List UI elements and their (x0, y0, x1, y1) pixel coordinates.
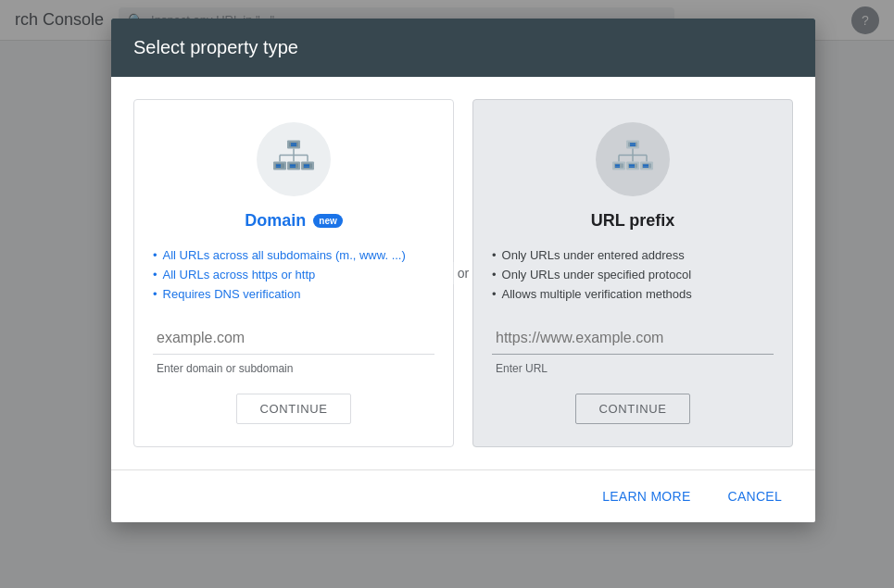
domain-card: Domain new All URLs across all subdomain… (133, 99, 454, 447)
svg-rect-37 (629, 167, 635, 169)
url-card-title-row: URL prefix (492, 211, 774, 231)
svg-rect-24 (630, 145, 636, 147)
domain-input-section: Enter domain or subdomain (153, 322, 434, 375)
modal-header: Select property type (111, 19, 815, 77)
domain-icon-wrapper (257, 122, 331, 196)
svg-rect-33 (615, 167, 620, 169)
domain-bullet-1: All URLs across all subdomains (m., www.… (153, 245, 434, 265)
url-bullets: Only URLs under entered address Only URL… (492, 245, 774, 304)
svg-rect-40 (643, 165, 648, 167)
svg-rect-12 (276, 167, 281, 169)
svg-rect-20 (304, 167, 309, 169)
url-input[interactable] (492, 322, 774, 355)
url-network-icon (610, 136, 656, 182)
domain-network-icon (271, 136, 317, 182)
svg-rect-3 (291, 145, 296, 147)
cancel-button[interactable]: CANCEL (717, 482, 793, 511)
url-input-hint: Enter URL (492, 362, 774, 375)
svg-rect-36 (629, 165, 635, 167)
url-bullet-2: Only URLs under specified protocol (492, 265, 774, 284)
url-card-title: URL prefix (591, 211, 675, 231)
domain-card-title: Domain (245, 211, 306, 231)
url-input-section: Enter URL (492, 322, 774, 375)
svg-rect-19 (304, 165, 309, 167)
svg-rect-2 (291, 144, 296, 145)
url-continue-button[interactable]: CONTINUE (575, 394, 689, 424)
modal-title: Select property type (133, 37, 793, 58)
domain-bullet-2: All URLs across https or http (153, 265, 434, 284)
url-card: URL prefix Only URLs under entered addre… (472, 99, 793, 447)
svg-rect-23 (630, 144, 636, 145)
learn-more-button[interactable]: LEARN MORE (591, 482, 701, 511)
domain-input[interactable] (153, 322, 434, 355)
or-divider: or (454, 262, 472, 284)
domain-bullets: All URLs across all subdomains (m., www.… (153, 245, 434, 304)
modal-body: Domain new All URLs across all subdomain… (111, 77, 815, 469)
domain-card-title-row: Domain new (153, 211, 434, 231)
svg-rect-15 (290, 165, 296, 167)
new-badge: new (313, 214, 342, 228)
url-bullet-1: Only URLs under entered address (492, 245, 774, 265)
url-icon-wrapper (596, 122, 670, 196)
svg-rect-11 (276, 165, 281, 167)
svg-rect-32 (615, 165, 620, 167)
url-bullet-3: Allows multiple verification methods (492, 284, 774, 304)
domain-bullet-3: Requires DNS verification (153, 284, 434, 304)
select-property-modal: Select property type (111, 19, 815, 522)
domain-input-hint: Enter domain or subdomain (153, 362, 434, 375)
domain-continue-button[interactable]: CONTINUE (236, 394, 350, 424)
modal-footer: LEARN MORE CANCEL (111, 469, 815, 522)
svg-rect-41 (643, 167, 648, 169)
svg-rect-16 (290, 167, 296, 169)
